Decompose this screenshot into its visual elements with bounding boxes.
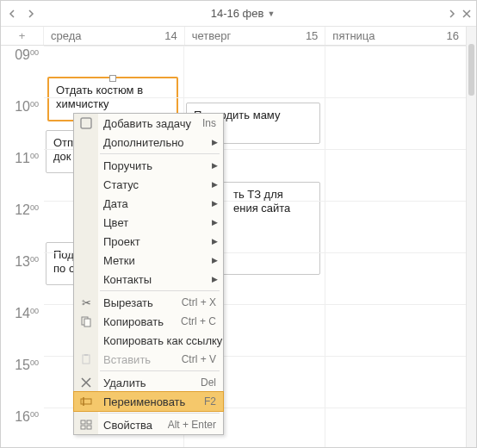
scrollbar[interactable] (466, 27, 476, 447)
date-range-dropdown[interactable]: 14-16 фев ▼ (39, 7, 447, 20)
menu-shortcut: Ins (202, 117, 216, 129)
date-range-label: 14-16 фев (211, 7, 264, 20)
svg-rect-8 (87, 420, 91, 424)
hour-label: 1200 (15, 202, 39, 218)
delete-icon (77, 374, 95, 391)
menu-label: Переименовать (103, 395, 204, 408)
hour-label: 1600 (15, 409, 39, 425)
day-name: пятница (332, 29, 375, 42)
calendar-window: 14-16 фев ▼ + среда 14 четверг 15 пятниц (0, 0, 477, 448)
day-name: четверг (192, 29, 232, 42)
hour-label: 1400 (15, 306, 39, 321)
time-column: 09001000110012001300140015001600 (1, 46, 44, 447)
menu-label: Контакты (103, 273, 216, 286)
rename-icon (77, 393, 95, 410)
day-number: 16 (447, 29, 459, 42)
dropdown-icon: ▼ (267, 9, 275, 18)
menu-label: Вырезать (103, 296, 182, 309)
menu-shortcut: F2 (204, 395, 216, 408)
menu-shortcut: Alt + Enter (168, 419, 216, 431)
menu-label: Добавить задачу (103, 117, 202, 130)
menu-item-add-task[interactable]: Добавить задачу Ins (74, 114, 223, 133)
menu-label: Копировать как ссылку (103, 334, 222, 347)
day-header-fri[interactable]: пятница 16 (325, 27, 466, 45)
next-button[interactable] (22, 5, 39, 22)
menu-item-contacts[interactable]: Контакты ▶ (74, 270, 223, 289)
submenu-arrow-icon: ▶ (212, 237, 218, 246)
menu-label: Свойства (103, 419, 168, 432)
menu-label: Проект (103, 235, 216, 248)
day-number: 14 (164, 29, 177, 42)
menu-label: Дополнительно (103, 136, 216, 149)
cut-icon: ✂ (77, 294, 95, 311)
menu-item-properties[interactable]: Свойства Alt + Enter (74, 415, 223, 434)
menu-item-color[interactable]: Цвет ▶ (74, 213, 223, 232)
grid-line (44, 97, 466, 98)
menu-item-copy[interactable]: Копировать Ctrl + C (74, 312, 223, 331)
svg-rect-4 (84, 354, 88, 356)
window-controls (447, 9, 471, 18)
svg-rect-5 (81, 399, 91, 404)
hour-label: 1300 (15, 254, 39, 270)
menu-label: Вставить (103, 353, 182, 366)
menu-label: Поручить (103, 159, 216, 172)
hour-label: 1000 (15, 99, 39, 115)
context-menu: Добавить задачу Ins Дополнительно ▶ Пору… (73, 113, 224, 435)
submenu-arrow-icon: ▶ (212, 256, 218, 264)
day-name: среда (51, 29, 82, 42)
paste-icon (77, 351, 95, 368)
add-event-button[interactable]: + (1, 27, 44, 45)
checkbox-icon (77, 115, 95, 132)
menu-item-copy-link[interactable]: Копировать как ссылку (74, 331, 223, 350)
day-headers: + среда 14 четверг 15 пятница 16 (1, 27, 466, 46)
topbar: 14-16 фев ▼ (1, 1, 476, 27)
day-header-thu[interactable]: четверг 15 (185, 27, 326, 45)
menu-item-status[interactable]: Статус ▶ (74, 175, 223, 194)
svg-rect-0 (81, 118, 91, 128)
close-button[interactable] (462, 9, 471, 18)
menu-item-paste: Вставить Ctrl + V (74, 350, 223, 369)
day-header-wed[interactable]: среда 14 (44, 27, 185, 45)
menu-item-rename[interactable]: Переименовать F2 (74, 392, 223, 411)
menu-shortcut: Del (201, 376, 216, 389)
submenu-arrow-icon: ▶ (212, 218, 218, 227)
properties-icon (77, 416, 95, 433)
submenu-arrow-icon: ▶ (212, 180, 218, 189)
submenu-arrow-icon: ▶ (212, 275, 218, 283)
grid-line (44, 46, 466, 47)
menu-item-project[interactable]: Проект ▶ (74, 232, 223, 251)
menu-item-date[interactable]: Дата ▶ (74, 194, 223, 213)
menu-item-delete[interactable]: Удалить Del (74, 373, 223, 392)
calendar-grid: + среда 14 четверг 15 пятница 16 0900100… (1, 27, 466, 447)
hour-label: 1100 (15, 151, 39, 166)
more-button[interactable] (447, 9, 455, 18)
nav-area (4, 5, 39, 22)
submenu-arrow-icon: ▶ (212, 138, 218, 146)
menu-item-cut[interactable]: ✂ Вырезать Ctrl + X (74, 293, 223, 312)
menu-label: Метки (103, 254, 216, 267)
svg-rect-3 (83, 355, 90, 364)
col-fri[interactable] (325, 46, 466, 447)
copy-icon (77, 313, 95, 330)
menu-item-additional[interactable]: Дополнительно ▶ (74, 133, 223, 152)
svg-rect-9 (81, 426, 85, 429)
menu-shortcut: Ctrl + V (182, 353, 216, 365)
menu-shortcut: Ctrl + X (182, 296, 216, 308)
submenu-arrow-icon: ▶ (212, 199, 218, 208)
menu-label: Дата (103, 197, 216, 210)
scrollbar-thumb[interactable] (468, 44, 474, 96)
menu-label: Удалить (103, 376, 201, 389)
hour-label: 1500 (15, 358, 39, 373)
menu-item-assign[interactable]: Поручить ▶ (74, 156, 223, 175)
menu-item-tags[interactable]: Метки ▶ (74, 251, 223, 270)
menu-shortcut: Ctrl + C (181, 315, 216, 327)
menu-label: Цвет (103, 216, 216, 229)
svg-rect-10 (87, 426, 91, 429)
menu-label: Статус (103, 178, 216, 191)
prev-button[interactable] (4, 5, 22, 22)
menu-label: Копировать (103, 315, 181, 328)
svg-rect-2 (84, 319, 90, 327)
submenu-arrow-icon: ▶ (212, 161, 218, 170)
svg-rect-7 (81, 420, 85, 424)
day-number: 15 (306, 29, 318, 42)
